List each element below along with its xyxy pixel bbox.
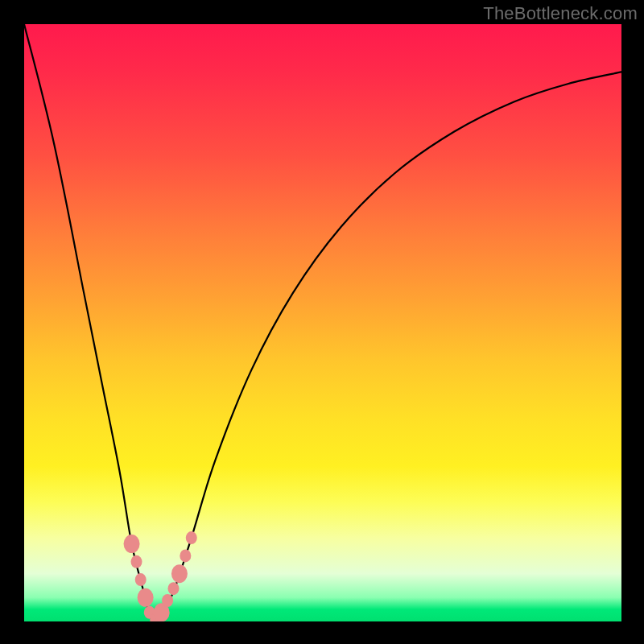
curve-marker bbox=[186, 531, 197, 544]
curve-marker bbox=[180, 549, 191, 562]
curve-marker bbox=[131, 555, 142, 568]
curve-markers bbox=[124, 531, 197, 621]
curve-marker bbox=[124, 535, 140, 553]
curve-marker bbox=[135, 573, 147, 586]
watermark-text: TheBottleneck.com bbox=[483, 3, 638, 24]
curve-svg bbox=[24, 24, 621, 621]
chart-outer-frame: TheBottleneck.com bbox=[0, 0, 644, 644]
curve-marker bbox=[168, 582, 180, 595]
curve-marker bbox=[150, 613, 161, 621]
curve-marker bbox=[162, 594, 173, 607]
curve-marker bbox=[171, 564, 188, 583]
chart-plot-area bbox=[24, 24, 621, 621]
curve-marker bbox=[138, 588, 154, 607]
bottleneck-curve bbox=[24, 24, 621, 621]
curve-marker bbox=[154, 603, 170, 621]
curve-marker bbox=[144, 606, 155, 619]
